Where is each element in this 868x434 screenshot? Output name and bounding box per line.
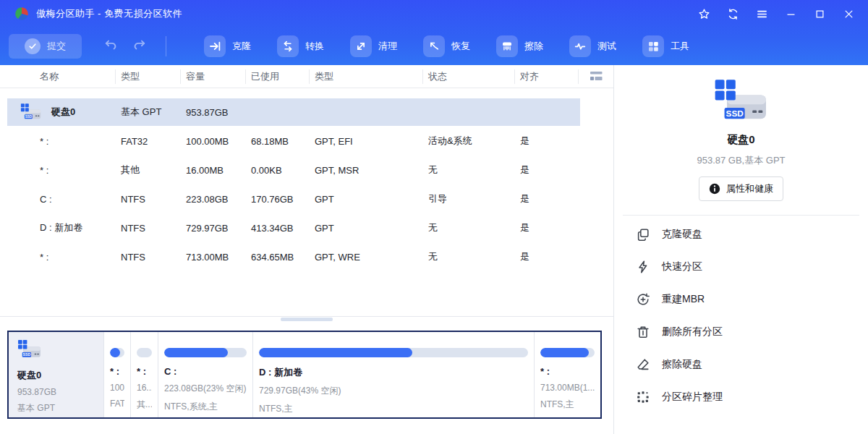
rebuild-mbr-icon xyxy=(636,292,650,307)
row-capacity: 100.00MB xyxy=(181,136,246,147)
sidebar-item-label: 删除所有分区 xyxy=(662,326,723,339)
sidebar-item-clone-disk[interactable]: 克隆硬盘 xyxy=(614,218,868,250)
sidebar-item-defragment[interactable]: 分区碎片整理 xyxy=(614,380,868,413)
disk-type: 基本 GPT xyxy=(17,402,103,414)
disk-map-disk-cell[interactable]: 硬盘0 953.87GB 基本 GPT xyxy=(9,332,103,417)
usage-bar xyxy=(137,348,152,357)
row-ptype: GPT xyxy=(310,194,423,205)
menu-icon[interactable] xyxy=(752,4,771,23)
row-type: FAT32 xyxy=(116,136,181,147)
disk-map-partition-d[interactable]: D : 新加卷 729.97GB(43% 空闲) NTFS,主 xyxy=(252,332,534,417)
ssd-disk-icon xyxy=(20,103,42,122)
row-name: * : xyxy=(0,165,116,176)
row-capacity: 223.08GB xyxy=(181,194,246,205)
column-header-aligned[interactable]: 对齐 xyxy=(515,69,579,84)
redo-button[interactable] xyxy=(132,38,147,55)
header-zone: 傲梅分区助手 - 免费无损分区软件 xyxy=(0,0,868,65)
maximize-icon[interactable] xyxy=(810,4,829,23)
row-aligned: 是 xyxy=(515,221,579,234)
row-capacity: 729.97GB xyxy=(181,223,246,234)
column-header-used[interactable]: 已使用 xyxy=(246,69,310,84)
partition-fs: NTFS,系统,主 xyxy=(164,401,247,413)
splitter-handle[interactable] xyxy=(281,318,333,321)
disk-map-partition[interactable]: * : 16.... 其... xyxy=(130,332,158,417)
sidebar-item-delete-all-partitions[interactable]: 删除所有分区 xyxy=(614,315,868,348)
table-row-disk0[interactable]: 硬盘0 基本 GPT 953.87GB xyxy=(0,98,613,127)
convert-icon xyxy=(277,35,299,57)
action-label: 克隆 xyxy=(232,40,251,53)
row-name: 硬盘0 xyxy=(51,106,75,119)
table-row-partition[interactable]: * : NTFS 713.00MB 634.65MB GPT, WRE 无 是 xyxy=(0,242,613,271)
clone-disk-icon xyxy=(636,227,650,242)
column-header-status[interactable]: 状态 xyxy=(423,69,515,84)
partition-size: 729.97GB(43% 空闲) xyxy=(259,385,528,397)
row-name: C : xyxy=(0,194,116,205)
action-label: 清理 xyxy=(378,40,397,53)
toolbar: 提交 克隆 xyxy=(0,27,868,65)
submit-label: 提交 xyxy=(47,40,66,53)
submit-button[interactable]: 提交 xyxy=(9,34,82,59)
row-name: * : xyxy=(0,252,116,263)
disk-map-partition[interactable]: * : 100... FAT... xyxy=(103,332,130,417)
undo-button[interactable] xyxy=(103,38,118,55)
row-used: 413.34GB xyxy=(246,223,310,234)
table-row-partition-c[interactable]: C : NTFS 223.08GB 170.76GB GPT 引导 是 xyxy=(0,184,613,213)
action-label: 恢复 xyxy=(451,40,470,53)
table-row-partition[interactable]: * : FAT32 100.00MB 68.18MB GPT, EFI 活动&系… xyxy=(0,127,613,156)
close-icon[interactable] xyxy=(839,4,858,23)
row-used: 68.18MB xyxy=(246,136,310,147)
usage-bar xyxy=(259,348,528,357)
toolbar-separator xyxy=(166,36,166,56)
sidebar-item-quick-partition[interactable]: 快速分区 xyxy=(614,250,868,283)
action-label: 转换 xyxy=(305,40,324,53)
disk-map-partition[interactable]: * : 713.00MB(1... NTFS,主 xyxy=(534,332,600,417)
row-type: NTFS xyxy=(116,194,181,205)
row-capacity: 953.87GB xyxy=(181,107,246,118)
convert-action[interactable]: 转换 xyxy=(273,33,328,60)
update-sync-icon[interactable] xyxy=(723,4,742,23)
restore-icon xyxy=(423,35,445,57)
restore-action[interactable]: 恢复 xyxy=(419,33,475,60)
properties-health-button[interactable]: 属性和健康 xyxy=(699,176,783,201)
column-header-name[interactable]: 名称 xyxy=(0,69,116,84)
sidebar-item-rebuild-mbr[interactable]: 重建MBR xyxy=(614,283,868,315)
row-ptype: GPT, MSR xyxy=(310,165,423,176)
view-options-icon[interactable] xyxy=(579,69,613,84)
partition-fs: NTFS,主 xyxy=(540,399,595,411)
row-type: 基本 GPT xyxy=(116,106,181,119)
clone-action[interactable]: 克隆 xyxy=(200,33,255,60)
favorite-star-icon[interactable] xyxy=(694,4,713,23)
partition-label: D : 新加卷 xyxy=(259,366,528,379)
sidebar-disk-info: 953.87 GB,基本 GPT xyxy=(697,154,785,167)
clean-icon xyxy=(350,35,372,57)
row-status: 无 xyxy=(423,221,515,234)
app-logo-icon xyxy=(14,7,29,21)
column-header-capacity[interactable]: 容量 xyxy=(181,69,246,84)
partition-assistant-window: 傲梅分区助手 - 免费无损分区软件 xyxy=(0,0,868,434)
partition-fs: 其... xyxy=(137,399,152,411)
row-aligned: 是 xyxy=(515,250,579,263)
action-label: 测试 xyxy=(597,40,616,53)
minimize-icon[interactable] xyxy=(781,4,800,23)
tools-action[interactable]: 工具 xyxy=(638,33,694,60)
erase-shredder-icon xyxy=(496,35,518,57)
sidebar-item-label: 快速分区 xyxy=(662,260,702,273)
table-row-partition-d[interactable]: D : 新加卷 NTFS 729.97GB 413.34GB GPT 无 是 xyxy=(0,213,613,242)
table-header: 名称 类型 容量 已使用 类型 状态 对齐 xyxy=(0,65,613,88)
partition-size: 100... xyxy=(110,383,124,393)
column-header-part-type[interactable]: 类型 xyxy=(310,69,423,84)
test-action[interactable]: 测试 xyxy=(565,33,621,60)
disk-map-partition-c[interactable]: C : 223.08GB(23% 空闲) NTFS,系统,主 xyxy=(158,332,252,417)
sidebar-item-wipe-disk[interactable]: 擦除硬盘 xyxy=(614,348,868,380)
row-used: 634.65MB xyxy=(246,252,310,263)
table-row-partition[interactable]: * : 其他 16.00MB 0.00KB GPT, MSR 无 是 xyxy=(0,156,613,184)
partition-label: C : xyxy=(164,366,247,377)
clean-action[interactable]: 清理 xyxy=(346,33,401,60)
erase-action[interactable]: 擦除 xyxy=(492,33,548,60)
usage-bar xyxy=(110,348,124,357)
row-aligned: 是 xyxy=(515,135,579,148)
test-pulse-icon xyxy=(569,35,591,57)
row-ptype: GPT xyxy=(310,223,423,234)
partition-size: 223.08GB(23% 空闲) xyxy=(164,383,247,395)
column-header-fs-type[interactable]: 类型 xyxy=(116,69,181,84)
